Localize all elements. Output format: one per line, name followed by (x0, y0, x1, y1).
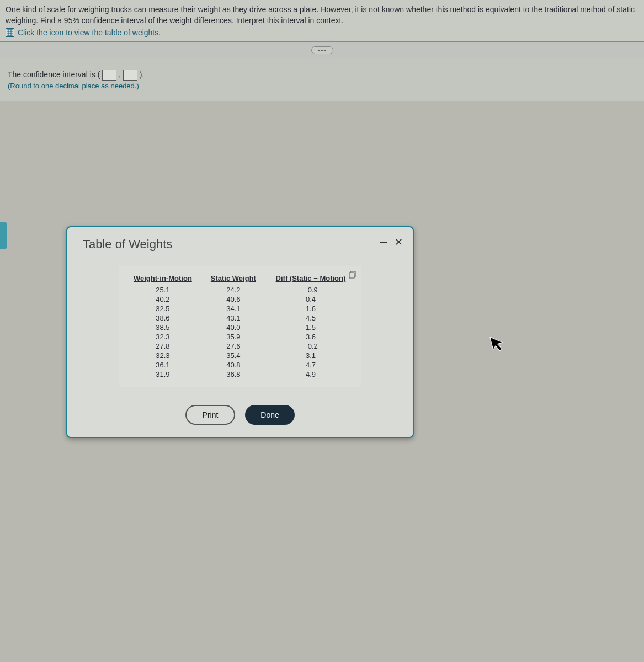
weights-table: Weight-in-Motion Static Weight Diff (Sta… (124, 272, 356, 379)
table-cell: 38.5 (124, 323, 202, 332)
table-cell: 38.6 (124, 313, 202, 323)
answer-line: The confidence interval is ( , ). (8, 70, 636, 81)
table-cell: −0.2 (265, 341, 356, 351)
table-cell: 40.0 (202, 323, 265, 332)
table-cell: 32.5 (124, 304, 202, 313)
table-cell: −0.9 (265, 285, 356, 295)
svg-rect-6 (349, 273, 354, 278)
table-row: 27.827.6−0.2 (124, 341, 356, 351)
table-cell: 35.9 (202, 332, 265, 341)
table-cell: 25.1 (124, 285, 202, 295)
table-row: 31.936.84.9 (124, 370, 356, 379)
table-cell: 27.8 (124, 341, 202, 351)
svg-rect-0 (7, 29, 13, 36)
table-icon (6, 28, 14, 37)
side-handle[interactable] (0, 222, 7, 249)
data-frame: Weight-in-Motion Static Weight Diff (Sta… (119, 266, 361, 387)
table-cell: 3.6 (265, 332, 356, 341)
section-divider (0, 42, 644, 58)
done-button[interactable]: Done (245, 405, 295, 425)
table-row: 38.643.14.5 (124, 313, 356, 323)
close-button[interactable]: ✕ (395, 237, 403, 247)
table-cell: 4.7 (265, 360, 356, 370)
question-panel: One kind of scale for weighing trucks ca… (0, 0, 644, 42)
table-cell: 24.2 (202, 285, 265, 295)
copy-icon[interactable] (348, 270, 358, 280)
table-cell: 4.5 (265, 313, 356, 323)
table-cell: 35.4 (202, 351, 265, 360)
col-header: Weight-in-Motion (124, 272, 202, 285)
modal-title: Table of Weights (83, 237, 172, 252)
answer-comma: , (119, 70, 121, 79)
table-cell: 31.9 (124, 370, 202, 379)
table-cell: 36.8 (202, 370, 265, 379)
table-row: 32.534.11.6 (124, 304, 356, 313)
table-row: 32.335.93.6 (124, 332, 356, 341)
modal-footer: Print Done (67, 398, 413, 437)
table-modal: Table of Weights ✕ Weight-in-Motion Stat… (66, 226, 414, 438)
table-row: 32.335.43.1 (124, 351, 356, 360)
ci-lower-input[interactable] (102, 70, 116, 81)
table-cell: 36.1 (124, 360, 202, 370)
table-cell: 4.9 (265, 370, 356, 379)
modal-header: Table of Weights ✕ (67, 227, 413, 260)
view-table-link[interactable]: Click the icon to view the table of weig… (6, 28, 638, 41)
table-cell: 40.2 (124, 295, 202, 304)
table-row: 25.124.2−0.9 (124, 285, 356, 295)
question-text: One kind of scale for weighing trucks ca… (6, 4, 638, 26)
print-button[interactable]: Print (185, 405, 235, 425)
table-header-row: Weight-in-Motion Static Weight Diff (Sta… (124, 272, 356, 285)
answer-panel: The confidence interval is ( , ). (Round… (0, 58, 644, 101)
col-header: Diff (Static − Motion) (265, 272, 356, 285)
table-cell: 27.6 (202, 341, 265, 351)
collapse-toggle[interactable] (311, 46, 333, 54)
answer-suffix: ). (140, 70, 145, 79)
table-cell: 40.8 (202, 360, 265, 370)
svg-marker-7 (490, 334, 505, 353)
mouse-cursor-icon (488, 332, 509, 358)
view-table-label: Click the icon to view the table of weig… (18, 28, 161, 37)
col-header: Static Weight (202, 272, 265, 285)
table-cell: 0.4 (265, 295, 356, 304)
table-cell: 43.1 (202, 313, 265, 323)
table-cell: 32.3 (124, 332, 202, 341)
table-cell: 32.3 (124, 351, 202, 360)
rounding-hint: (Round to one decimal place as needed.) (8, 82, 636, 90)
modal-body: Weight-in-Motion Static Weight Diff (Sta… (67, 260, 413, 398)
answer-prefix: The confidence interval is ( (8, 70, 100, 79)
table-cell: 3.1 (265, 351, 356, 360)
table-row: 36.140.84.7 (124, 360, 356, 370)
table-row: 38.540.01.5 (124, 323, 356, 332)
ci-upper-input[interactable] (123, 70, 137, 81)
table-row: 40.240.60.4 (124, 295, 356, 304)
table-cell: 1.5 (265, 323, 356, 332)
table-cell: 34.1 (202, 304, 265, 313)
table-cell: 40.6 (202, 295, 265, 304)
window-controls: ✕ (380, 237, 403, 247)
minimize-button[interactable] (380, 242, 387, 243)
table-cell: 1.6 (265, 304, 356, 313)
